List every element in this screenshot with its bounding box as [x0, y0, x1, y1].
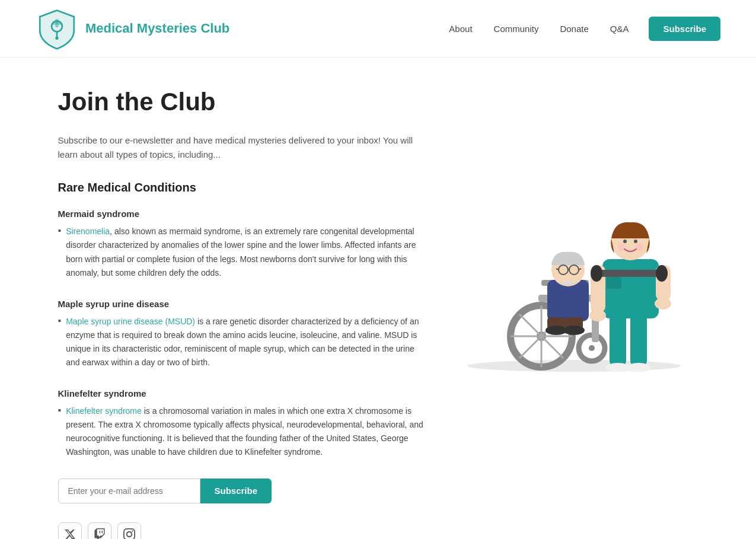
condition-text-klinefelter: Klinefelter syndrome is a chromosomal va…: [66, 404, 425, 459]
bullet-mermaid: ▪: [58, 225, 62, 236]
condition-name-msud: Maple syrup urine disease: [58, 299, 426, 309]
svg-point-46: [636, 244, 643, 251]
svg-point-2: [55, 37, 58, 40]
condition-name-klinefelter: Klinefelter syndrome: [58, 388, 426, 398]
main-nav: About Community Donate Q&A Subscribe: [441, 17, 720, 41]
illustration: [455, 123, 693, 372]
svg-point-22: [563, 326, 585, 335]
svg-point-38: [655, 298, 671, 310]
svg-point-40: [591, 265, 602, 282]
illustration-area: [449, 87, 698, 372]
header-subscribe-button[interactable]: Subscribe: [649, 17, 720, 41]
svg-point-45: [618, 244, 625, 251]
nav-community[interactable]: Community: [486, 19, 547, 39]
nav-donate[interactable]: Donate: [551, 19, 596, 39]
svg-rect-30: [630, 312, 647, 366]
svg-point-43: [623, 240, 627, 243]
nav-about[interactable]: About: [441, 19, 480, 39]
site-title: Medical Mysteries Club: [85, 21, 229, 36]
page-title: Join the Club: [58, 87, 426, 117]
condition-klinefelter: Klinefelter syndrome ▪ Klinefelter syndr…: [58, 388, 426, 459]
social-icons: [58, 522, 426, 539]
condition-name-mermaid: Mermaid syndrome: [58, 209, 426, 219]
svg-point-37: [589, 310, 606, 321]
intro-text: Subscribe to our e-newsletter and have m…: [58, 133, 426, 162]
svg-rect-34: [607, 277, 621, 289]
email-form: Subscribe: [58, 479, 426, 503]
bullet-msud: ▪: [58, 315, 62, 326]
svg-point-13: [589, 345, 595, 351]
svg-rect-29: [610, 312, 626, 366]
email-input[interactable]: [58, 479, 200, 503]
condition-mermaid: Mermaid syndrome ▪ Sirenomelia, also kno…: [58, 209, 426, 279]
svg-rect-4: [53, 21, 61, 24]
bullet-klinefelter: ▪: [58, 405, 62, 416]
email-submit-button[interactable]: Subscribe: [200, 479, 272, 503]
nav-qa[interactable]: Q&A: [602, 19, 637, 39]
logo-icon: [36, 7, 78, 50]
twitter-icon[interactable]: [58, 522, 82, 539]
logo-link[interactable]: Medical Mysteries Club: [36, 7, 229, 50]
section-title: Rare Medical Conditions: [58, 181, 426, 194]
instagram-icon[interactable]: [117, 522, 141, 539]
condition-link-mermaid[interactable]: Sirenomelia: [66, 227, 110, 236]
condition-text-msud: Maple syrup urine disease (MSUD) is a ra…: [66, 315, 425, 369]
condition-link-klinefelter[interactable]: Klinefelter syndrome: [66, 406, 142, 416]
svg-rect-39: [596, 270, 662, 277]
condition-link-msud[interactable]: Maple syrup urine disease (MSUD): [66, 317, 195, 326]
condition-msud: Maple syrup urine disease ▪ Maple syrup …: [58, 299, 426, 369]
svg-point-41: [656, 265, 668, 282]
svg-point-44: [634, 240, 637, 243]
twitch-icon[interactable]: [88, 522, 111, 539]
condition-text-mermaid: Sirenomelia, also known as mermaid syndr…: [66, 225, 425, 279]
main-content: Join the Club Subscribe to our e-newslet…: [58, 87, 426, 539]
